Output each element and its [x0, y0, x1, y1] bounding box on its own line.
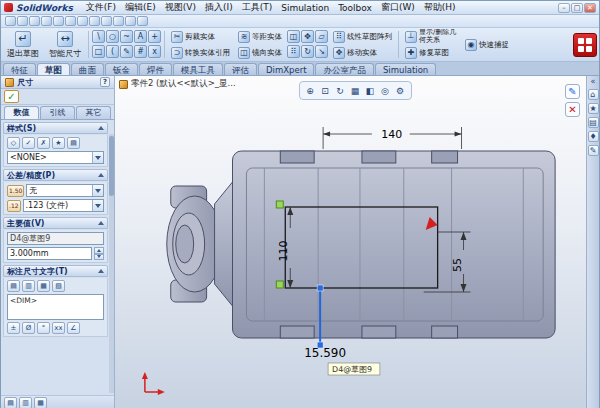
- tab-office-products[interactable]: 办公室产品: [315, 63, 374, 75]
- confirm-sketch-button[interactable]: ✎: [565, 84, 580, 99]
- tab-mold-tools[interactable]: 模具工具: [173, 63, 223, 75]
- dim-right[interactable]: 55: [451, 258, 464, 272]
- stretch-icon[interactable]: ↘: [315, 45, 328, 58]
- tab-features[interactable]: 特征: [3, 63, 36, 75]
- exit-sketch-button[interactable]: ↵ 退出草图: [3, 29, 43, 60]
- menu-toolbox[interactable]: Toolbox: [334, 3, 376, 13]
- dimension-text-input[interactable]: <DIM>: [7, 294, 104, 320]
- dim-symbol-icon[interactable]: xx: [52, 322, 65, 334]
- resources-icon[interactable]: ⌂: [588, 89, 599, 100]
- close-button[interactable]: ✕: [584, 3, 596, 13]
- erase-tool-icon[interactable]: x: [148, 45, 161, 58]
- move-icon[interactable]: ✥: [301, 30, 314, 43]
- arc-tool-icon[interactable]: (: [106, 45, 119, 58]
- save-style-icon[interactable]: ★: [52, 137, 65, 149]
- top-slot[interactable]: [432, 151, 458, 163]
- rectangle-tool-icon[interactable]: □: [92, 45, 105, 58]
- degree-symbol-icon[interactable]: °: [37, 322, 50, 334]
- tab-evaluate[interactable]: 评估: [224, 63, 257, 75]
- trim-entities-button[interactable]: ✂ 剪裁实体: [168, 29, 233, 44]
- view-settings-icon[interactable]: ⚙: [394, 84, 407, 97]
- new-icon[interactable]: [5, 16, 16, 26]
- scrollbar-thumb[interactable]: [109, 136, 114, 196]
- tab-simulation[interactable]: Simulation: [375, 63, 436, 75]
- dim-edited[interactable]: 15.590: [304, 346, 346, 360]
- add-style-icon[interactable]: ✓: [22, 137, 35, 149]
- open-icon[interactable]: [17, 16, 28, 26]
- smart-dimension-button[interactable]: ↔ 智能尺寸: [45, 29, 85, 60]
- mirror-entities-button[interactable]: ◫ 镜向实体: [235, 45, 285, 60]
- collapse-arrow-icon[interactable]: «: [591, 78, 596, 86]
- align-center-icon[interactable]: ▥: [22, 280, 35, 292]
- part-model[interactable]: [167, 151, 555, 338]
- tolerance-type-dropdown[interactable]: 无: [26, 184, 104, 197]
- point-tool-icon[interactable]: #: [134, 45, 147, 58]
- tab-other[interactable]: 其它: [76, 106, 111, 119]
- menu-file[interactable]: 文件(F): [82, 1, 120, 14]
- menu-view[interactable]: 视图(V): [161, 1, 200, 14]
- zoom-fit-icon[interactable]: ⊕: [304, 84, 317, 97]
- ok-button[interactable]: ✓: [4, 90, 19, 103]
- line-tool-icon[interactable]: \: [92, 30, 105, 43]
- bottom-slot[interactable]: [432, 326, 458, 338]
- primary-value-section-header[interactable]: 主要值(V): [3, 217, 108, 229]
- delete-style-icon[interactable]: ✗: [37, 137, 50, 149]
- display-style-icon[interactable]: ▦: [349, 84, 362, 97]
- align-right-icon[interactable]: ▦: [37, 280, 50, 292]
- offset-entities-button[interactable]: ≋ 等距实体: [235, 29, 285, 44]
- flange-bore[interactable]: [176, 225, 194, 263]
- section-view-icon[interactable]: ◧: [364, 84, 377, 97]
- style-dropdown[interactable]: <NONE>: [7, 151, 104, 164]
- top-slot[interactable]: [362, 151, 396, 163]
- load-style-icon[interactable]: ▤: [67, 137, 80, 149]
- spin-down-icon[interactable]: [94, 254, 104, 261]
- angle-symbol-icon[interactable]: ∠: [67, 322, 80, 334]
- relation-marker[interactable]: [276, 281, 283, 288]
- maximize-button[interactable]: □: [571, 3, 583, 13]
- bottom-slot[interactable]: [280, 326, 314, 338]
- options-icon[interactable]: [125, 16, 136, 26]
- help-toolbar-icon[interactable]: [137, 16, 148, 26]
- promo-badge-icon[interactable]: [573, 33, 597, 57]
- centerline-tool-icon[interactable]: +: [148, 30, 161, 43]
- file-properties-icon[interactable]: [113, 16, 124, 26]
- align-left-icon[interactable]: ▤: [7, 280, 20, 292]
- print-icon[interactable]: [41, 16, 52, 26]
- sketch-tool-icon[interactable]: ✎: [120, 45, 133, 58]
- diameter-symbol-icon[interactable]: Ø: [22, 322, 35, 334]
- move-entities-button[interactable]: ✥ 移动实体: [330, 45, 395, 60]
- align-justify-icon[interactable]: ▧: [52, 280, 65, 292]
- layout-option-1-button[interactable]: ▤: [4, 397, 17, 408]
- menu-edit[interactable]: 编辑(E): [121, 1, 160, 14]
- layout-option-2-button[interactable]: ▥: [19, 397, 32, 408]
- dim-width[interactable]: 140: [381, 128, 402, 141]
- circle-tool-icon[interactable]: ○: [106, 30, 119, 43]
- menu-tools[interactable]: 工具(T): [238, 1, 277, 14]
- print-preview-icon[interactable]: [53, 16, 64, 26]
- appearances-icon[interactable]: ♦: [588, 131, 599, 142]
- convert-entities-button[interactable]: ⊃ 转换实体引用: [168, 45, 233, 60]
- file-explorer-icon[interactable]: ▤: [588, 117, 599, 128]
- cad-viewport[interactable]: 140 110 55 15.590 D4@草图9: [115, 76, 586, 408]
- tab-surfaces[interactable]: 曲面: [71, 63, 104, 75]
- linear-pattern-button[interactable]: ⠿ 线性草图阵列: [330, 29, 395, 44]
- design-library-icon[interactable]: ★: [588, 103, 599, 114]
- scale-icon[interactable]: ▱: [315, 30, 328, 43]
- undo-icon[interactable]: [65, 16, 76, 26]
- select-icon[interactable]: [89, 16, 100, 26]
- text-tool-icon[interactable]: A: [134, 30, 147, 43]
- layout-option-3-button[interactable]: ▦: [34, 397, 47, 408]
- display-relations-button[interactable]: ⊥ 显示/删除几何关系: [402, 29, 460, 44]
- cancel-sketch-button[interactable]: ✕: [565, 102, 580, 117]
- dimension-text-section-header[interactable]: 标注尺寸文字(T): [3, 265, 108, 277]
- default-style-icon[interactable]: ◇: [7, 137, 20, 149]
- tab-leaders[interactable]: 引线: [40, 106, 75, 119]
- rotate-icon[interactable]: ↻: [301, 45, 314, 58]
- tab-sketch[interactable]: 草图: [37, 63, 70, 75]
- custom-properties-icon[interactable]: ✎: [588, 145, 599, 156]
- save-icon[interactable]: [29, 16, 40, 26]
- menu-help[interactable]: 帮助(H): [420, 1, 460, 14]
- redo-icon[interactable]: [77, 16, 88, 26]
- precision-dropdown[interactable]: .123 (文件): [23, 199, 104, 212]
- graphics-area[interactable]: 零件2 (默认<<默认>_显... ⊕ ⊡ ↻ ▦ ◧ ◎ ⚙ ✎ ✕: [115, 76, 586, 408]
